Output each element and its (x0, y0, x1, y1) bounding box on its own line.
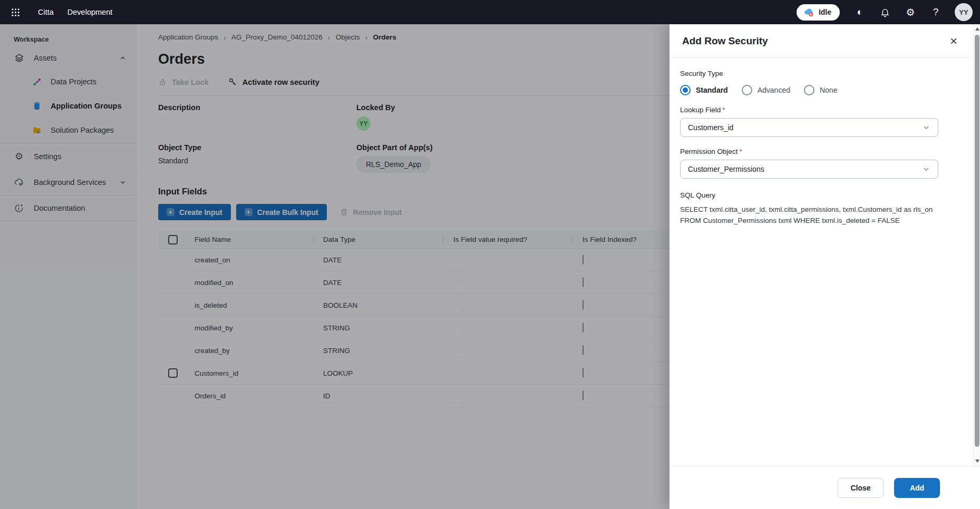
radio-label: Standard (696, 86, 728, 94)
help-icon[interactable]: ? (929, 6, 942, 18)
add-button[interactable]: Add (894, 478, 940, 498)
radio-option-standard[interactable]: Standard (680, 85, 728, 95)
sql-line-2: FROM Customer_Permissions txml WHERE txm… (680, 215, 944, 226)
required-asterisk: * (740, 148, 742, 155)
cloud-error-icon (803, 6, 814, 18)
lookup-field-value: Customers_id (688, 123, 733, 132)
grid-dots-icon (11, 8, 20, 17)
lookup-field-label-text: Lookup Field (680, 106, 721, 114)
scroll-up-arrow-icon[interactable] (975, 27, 979, 31)
dialog-footer: Close Add (669, 466, 980, 509)
radio-selected-icon (680, 85, 691, 95)
permission-object-group: Permission Object* Customer_Permissions (680, 148, 943, 179)
add-row-security-dialog: Add Row Security × Security Type Standar… (669, 24, 980, 509)
user-avatar[interactable]: YY (955, 3, 973, 21)
status-label: Idle (819, 8, 831, 16)
sql-query-label: SQL Query (680, 191, 943, 199)
bell-icon (880, 7, 890, 17)
notifications-bell-icon[interactable] (879, 6, 891, 18)
menu-development[interactable]: Development (67, 8, 112, 16)
lookup-field-select[interactable]: Customers_id (680, 118, 938, 137)
scrollbar-thumb[interactable] (975, 35, 979, 447)
sql-query-text: SELECT txml.citta_user_id, txml.citta_pe… (680, 204, 944, 226)
security-type-label: Security Type (680, 70, 943, 77)
dialog-header: Add Row Security × (669, 24, 980, 58)
required-asterisk: * (722, 106, 725, 114)
radio-option-none[interactable]: None (804, 85, 837, 95)
radio-label: Advanced (758, 86, 790, 94)
lookup-field-label: Lookup Field* (680, 106, 943, 114)
security-type-radio-group: Standard Advanced None (680, 85, 943, 95)
scroll-down-arrow-icon[interactable] (975, 459, 979, 463)
dialog-body: Security Type Standard Advanced None Loo… (669, 58, 980, 226)
chevron-down-icon (922, 123, 930, 132)
radio-option-advanced[interactable]: Advanced (742, 85, 790, 95)
radio-label: None (820, 86, 837, 94)
close-button[interactable]: Close (838, 478, 884, 498)
chevron-down-icon (922, 165, 930, 173)
dialog-title: Add Row Security (682, 35, 768, 47)
permission-object-select[interactable]: Customer_Permissions (680, 160, 938, 179)
permission-object-label: Permission Object* (680, 148, 943, 155)
menu-citta[interactable]: Citta (38, 8, 54, 16)
permission-object-value: Customer_Permissions (688, 165, 764, 173)
radio-unselected-icon (804, 85, 814, 95)
sql-query-group: SQL Query SELECT txml.citta_user_id, txm… (680, 191, 943, 226)
close-icon[interactable]: × (946, 34, 961, 48)
lookup-field-group: Lookup Field* Customers_id (680, 106, 943, 137)
app-grid-icon[interactable] (6, 3, 24, 21)
settings-gear-icon[interactable]: ⚙ (904, 6, 917, 18)
top-bar: Citta Development Idle ◐ ⚙ ? YY (0, 0, 980, 24)
status-pill[interactable]: Idle (797, 4, 840, 21)
dialog-scrollbar[interactable] (973, 24, 980, 466)
theme-contrast-icon[interactable]: ◐ (853, 6, 866, 18)
radio-unselected-icon (742, 85, 752, 95)
sql-line-1: SELECT txml.citta_user_id, txml.citta_pe… (680, 204, 944, 215)
permission-object-label-text: Permission Object (680, 148, 738, 155)
